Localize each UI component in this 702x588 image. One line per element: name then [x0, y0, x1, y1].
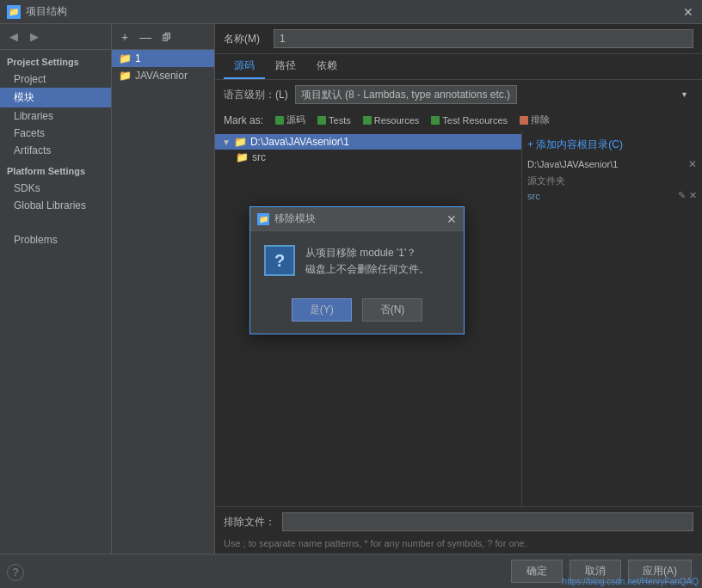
- language-level-label: 语言级别：(L): [224, 88, 288, 102]
- exclusions-label: 排除文件：: [224, 515, 275, 530]
- sidebar-item-project[interactable]: Project: [0, 70, 111, 88]
- edit-source-file-button[interactable]: ✎: [678, 190, 686, 201]
- source-root-path: D:\Java\JAVAsenior\1: [527, 157, 618, 171]
- window-icon: 📁: [7, 5, 21, 19]
- mark-excluded-button[interactable]: 排除: [516, 113, 553, 127]
- remove-module-button[interactable]: —: [136, 28, 155, 46]
- source-files-label: 源文件夹: [527, 175, 697, 187]
- name-input[interactable]: [274, 29, 693, 48]
- test-resources-color-dot: [431, 116, 440, 125]
- mark-sources-button[interactable]: 源码: [272, 113, 309, 127]
- name-row: 名称(M): [215, 24, 702, 54]
- tests-color-dot: [317, 116, 326, 125]
- dialog-buttons: 是(Y) 否(N): [250, 291, 464, 334]
- dialog-message: 从项目移除 module '1'？ 磁盘上不会删除任何文件。: [305, 245, 429, 278]
- sidebar-item-sdks[interactable]: SDKs: [0, 180, 111, 197]
- mark-as-row: Mark as: 源码 Tests Resources: [215, 109, 702, 131]
- add-module-button[interactable]: +: [115, 28, 134, 46]
- sidebar-item-problems[interactable]: Problems: [0, 231, 111, 248]
- back-button[interactable]: ◀: [5, 28, 22, 46]
- module-item-1[interactable]: 📁 1: [112, 50, 214, 67]
- sidebar-item-artifacts[interactable]: Artifacts: [0, 142, 111, 159]
- project-settings-heading: Project Settings: [0, 50, 111, 70]
- tree-item-root[interactable]: ▼ 📁 D:\Java\JAVAsenior\1: [215, 134, 521, 150]
- sidebar-item-global-libraries[interactable]: Global Libraries: [0, 197, 111, 214]
- remove-source-root-button[interactable]: ✕: [688, 158, 697, 170]
- sources-color-dot: [275, 116, 284, 125]
- resources-color-dot: [363, 116, 372, 125]
- mark-resources-button[interactable]: Resources: [360, 114, 423, 126]
- dialog-no-button[interactable]: 否(N): [362, 298, 423, 322]
- left-nav: ◀ ▶: [0, 24, 111, 50]
- remove-source-file-button[interactable]: ✕: [689, 190, 697, 201]
- source-file-item-src: src ✎ ✕: [527, 189, 697, 202]
- mark-as-label: Mark as:: [224, 114, 263, 126]
- dialog-title-bar: 📁 移除模块 ✕: [250, 207, 464, 231]
- src-folder-icon: 📁: [236, 151, 249, 163]
- dialog-question-icon: ?: [264, 245, 295, 276]
- mark-tests-button[interactable]: Tests: [314, 114, 354, 126]
- forward-button[interactable]: ▶: [26, 28, 43, 46]
- add-content-root-button[interactable]: + 添加内容根目录(C): [527, 136, 697, 154]
- dialog-body: ? 从项目移除 module '1'？ 磁盘上不会删除任何文件。: [250, 231, 464, 291]
- mark-test-resources-button[interactable]: Test Resources: [428, 114, 511, 126]
- tab-path[interactable]: 路径: [265, 54, 306, 79]
- confirm-button[interactable]: 确定: [511, 560, 563, 583]
- platform-settings-heading: Platform Settings: [0, 159, 111, 180]
- tree-item-src[interactable]: 📁 src: [215, 150, 521, 165]
- source-file-actions: ✎ ✕: [678, 190, 697, 201]
- module-list: 📁 1 📁 JAVAsenior: [112, 50, 214, 554]
- source-roots-panel: + 添加内容根目录(C) D:\Java\JAVAsenior\1 ✕ 源文件夹…: [521, 131, 702, 506]
- excluded-color-dot: [520, 116, 528, 125]
- name-label: 名称(M): [224, 32, 267, 46]
- language-level-row: 语言级别：(L) 项目默认 (8 - Lambdas, type annotat…: [215, 80, 702, 109]
- language-level-select-wrap: 项目默认 (8 - Lambdas, type annotations etc.…: [295, 85, 693, 104]
- remove-module-dialog: 📁 移除模块 ✕ ? 从项目移除 module '1'？ 磁盘上不会删除任何文件…: [249, 206, 465, 334]
- window-title: 项目结构: [26, 4, 681, 19]
- dialog-close-button[interactable]: ✕: [446, 212, 457, 226]
- dialog-title-icon: 📁: [257, 213, 269, 225]
- title-bar: 📁 项目结构 ✕: [0, 0, 702, 24]
- root-folder-icon: 📁: [234, 136, 247, 148]
- exclusions-hint: Use ; to separate name patterns, * for a…: [215, 536, 702, 554]
- copy-module-button[interactable]: 🗐: [157, 28, 176, 46]
- help-button[interactable]: ?: [7, 564, 24, 581]
- language-level-select[interactable]: 项目默认 (8 - Lambdas, type annotations etc.…: [295, 85, 517, 104]
- sidebar-item-facets[interactable]: Facets: [0, 125, 111, 142]
- dialog-yes-button[interactable]: 是(Y): [292, 298, 352, 322]
- tab-source[interactable]: 源码: [224, 54, 265, 79]
- tab-deps[interactable]: 依赖: [306, 54, 348, 79]
- close-button[interactable]: ✕: [681, 5, 695, 19]
- watermark: https://blog.csdn.net/HenryFanQAQ: [563, 577, 699, 586]
- folder-icon-1: 📁: [119, 52, 132, 64]
- source-file-name-src: src: [527, 191, 540, 201]
- dialog-title-text: 📁 移除模块: [257, 211, 316, 226]
- sidebar-item-libraries[interactable]: Libraries: [0, 107, 111, 125]
- sidebar-item-modules[interactable]: 模块: [0, 88, 111, 107]
- tabs-bar: 源码 路径 依赖: [215, 54, 702, 80]
- module-item-javasenior[interactable]: 📁 JAVAsenior: [112, 67, 214, 84]
- exclusions-row: 排除文件：: [215, 506, 702, 536]
- exclusions-input[interactable]: [282, 512, 693, 531]
- sidebar: Project Settings Project 模块 Libraries Fa…: [0, 50, 111, 554]
- folder-icon-javasenior: 📁: [119, 70, 132, 82]
